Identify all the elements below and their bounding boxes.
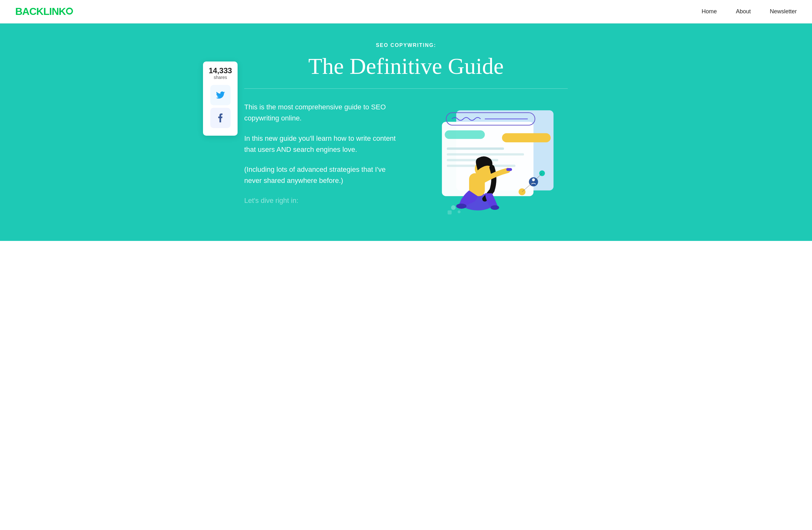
hero-title: The Definitive Guide bbox=[244, 54, 568, 79]
hero-subtitle: SEO COPYWRITING: bbox=[244, 43, 568, 48]
main-nav: Home About Newsletter bbox=[701, 8, 797, 15]
svg-rect-24 bbox=[448, 210, 452, 215]
svg-point-12 bbox=[519, 188, 525, 195]
site-header: BACKLINK Home About Newsletter bbox=[0, 0, 812, 24]
facebook-share-button[interactable] bbox=[210, 108, 231, 128]
hero-para-2: In this new guide you'll learn how to wr… bbox=[244, 133, 400, 155]
hero-illustration bbox=[419, 101, 568, 222]
svg-rect-19 bbox=[506, 168, 512, 171]
svg-rect-6 bbox=[447, 147, 504, 150]
share-count: 14,333 bbox=[209, 67, 232, 75]
hero-text-block: This is the most comprehensive guide to … bbox=[244, 101, 400, 215]
hero-para-1: This is the most comprehensive guide to … bbox=[244, 101, 400, 123]
svg-point-22 bbox=[451, 205, 455, 209]
svg-point-23 bbox=[458, 210, 461, 214]
svg-point-21 bbox=[490, 205, 499, 209]
logo[interactable]: BACKLINK bbox=[15, 6, 73, 17]
svg-rect-5 bbox=[502, 133, 550, 142]
hero-fade-text: Let's dive right in: bbox=[244, 195, 400, 206]
copywriting-illustration bbox=[419, 105, 568, 219]
svg-rect-7 bbox=[447, 153, 524, 155]
svg-point-20 bbox=[456, 204, 466, 209]
share-box: 14,333 shares bbox=[203, 61, 237, 136]
facebook-icon bbox=[217, 114, 224, 122]
logo-text: BACKLINK bbox=[15, 6, 66, 17]
hero-section: 14,333 shares SEO COPYWRITING: The Defin… bbox=[0, 24, 812, 241]
hero-para-3: (Including lots of advanced strategies t… bbox=[244, 164, 400, 186]
twitter-icon bbox=[216, 91, 225, 99]
hero-divider bbox=[244, 88, 568, 89]
share-label: shares bbox=[209, 75, 232, 80]
nav-newsletter[interactable]: Newsletter bbox=[770, 8, 797, 15]
nav-home[interactable]: Home bbox=[701, 8, 717, 15]
logo-o-circle bbox=[66, 8, 73, 15]
twitter-share-button[interactable] bbox=[210, 85, 231, 105]
nav-about[interactable]: About bbox=[736, 8, 751, 15]
svg-rect-4 bbox=[445, 130, 485, 139]
